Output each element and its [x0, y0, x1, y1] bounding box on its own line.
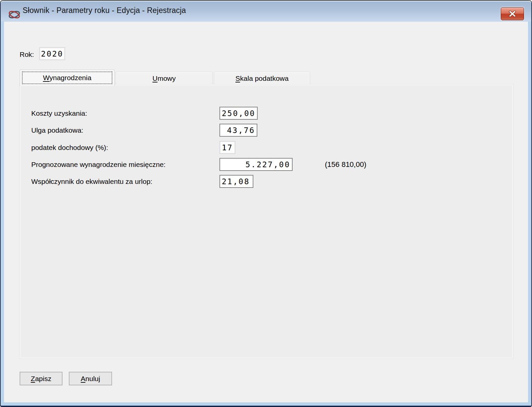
ulga-podatkowa-input[interactable]	[219, 124, 257, 137]
dialog-client-area: Rok: Wynagrodzenia Umowy Skala podatkowa…	[4, 22, 528, 402]
save-button-label: Zapisz	[31, 375, 52, 382]
koszty-uzyskania-input[interactable]	[219, 107, 258, 120]
podatek-dochodowy-input[interactable]	[219, 141, 235, 154]
tab-wynagrodzenia[interactable]: Wynagrodzenia	[20, 69, 115, 86]
field-label: Ulga podatkowa:	[31, 126, 83, 134]
tab-skala-podatkowa[interactable]: Skala podatkowa	[214, 72, 310, 85]
wspolczynnik-ekwiwalent-input[interactable]	[219, 175, 253, 188]
field-label: Koszty uzyskania:	[31, 109, 87, 117]
tab-umowy[interactable]: Umowy	[115, 72, 213, 85]
tab-focus-rect: Wynagrodzenia	[22, 71, 112, 84]
tab-panel-wynagrodzenia: Koszty uzyskania: Ulga podatkowa: podate…	[20, 84, 513, 358]
cancel-button-label: Anuluj	[81, 375, 100, 382]
field-row-wspolczynnik-ekwiwalent: Współczynnik do ekwiwalentu za urlop:	[20, 175, 512, 188]
close-button[interactable]	[501, 7, 524, 20]
field-row-koszty-uzyskania: Koszty uzyskania:	[20, 107, 512, 120]
cancel-button[interactable]: Anuluj	[69, 372, 112, 385]
annual-amount-note: (156 810,00)	[325, 160, 366, 169]
window-title: Słownik - Parametry roku - Edycja - Reje…	[23, 6, 186, 15]
app-icon	[8, 9, 21, 20]
tab-label: Skala podatkowa	[235, 74, 289, 82]
field-row-ulga-podatkowa: Ulga podatkowa:	[20, 124, 512, 137]
titlebar[interactable]: Słownik - Parametry roku - Edycja - Reje…	[1, 1, 531, 21]
field-row-podatek-dochodowy: podatek dochodowy (%):	[20, 141, 512, 154]
tab-label: Umowy	[152, 74, 176, 82]
close-icon	[508, 11, 516, 17]
save-button[interactable]: Zapisz	[20, 372, 63, 385]
year-input[interactable]	[39, 47, 65, 60]
field-row-prognozowane-wynagrodzenie: Prognozowane wynagrodzenie miesięczne: (…	[20, 158, 512, 171]
year-label: Rok:	[20, 51, 34, 59]
field-label: podatek dochodowy (%):	[31, 144, 108, 152]
field-label: Prognozowane wynagrodzenie miesięczne:	[31, 161, 166, 169]
tab-strip: Wynagrodzenia Umowy Skala podatkowa	[20, 71, 319, 84]
field-label: Współczynnik do ekwiwalentu za urlop:	[31, 178, 152, 186]
tab-label: Wynagrodzenia	[43, 74, 91, 82]
prognozowane-wynagrodzenie-input[interactable]	[219, 158, 293, 171]
dialog-window: Słownik - Parametry roku - Edycja - Reje…	[0, 0, 532, 407]
